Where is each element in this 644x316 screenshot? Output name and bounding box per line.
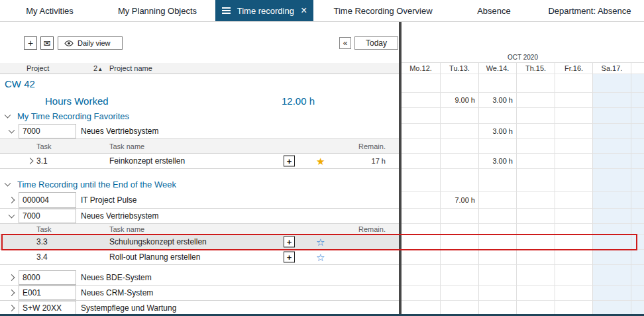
view-mode-select[interactable]: Daily view [58, 36, 123, 50]
day-cell[interactable] [479, 209, 517, 224]
project-row[interactable]: 000004 IT Project Pulse 7.00 h [0, 192, 644, 209]
day-cell[interactable]: 7.00 h [441, 192, 479, 209]
day-cell[interactable] [402, 209, 441, 224]
day-cell[interactable]: 3.00 h [479, 154, 517, 169]
day-cell[interactable] [631, 286, 644, 301]
expand-project-icon[interactable] [9, 290, 15, 296]
day-cell[interactable] [555, 124, 593, 139]
day-cell[interactable] [402, 192, 441, 209]
project-row[interactable]: 7000 Neues Vertriebsystem [0, 209, 644, 224]
pane-splitter[interactable] [399, 22, 402, 314]
project-row[interactable]: S+W 20XX Systempflege und Wartung [0, 301, 644, 315]
tab-my-activities[interactable]: My Activities [0, 0, 99, 21]
day-cell[interactable] [555, 154, 593, 169]
mail-button[interactable]: ✉ [40, 36, 54, 50]
day-cell[interactable] [441, 250, 479, 265]
project-name-cell[interactable]: Systempflege und Wartung [81, 303, 176, 313]
day-cell[interactable] [402, 124, 441, 139]
tab-time-recording-overview[interactable]: Time Recording Overview [313, 0, 453, 21]
day-cell[interactable] [593, 301, 631, 315]
day-cell[interactable] [517, 192, 555, 209]
day-cell[interactable]: 3.00 h [479, 124, 517, 139]
day-cell[interactable] [402, 235, 441, 250]
close-tab-icon[interactable]: × [301, 5, 307, 16]
day-cell[interactable] [517, 93, 555, 108]
task-row[interactable]: 3.1 Feinkonzept erstellen + ★ 17 h 3.00 … [0, 154, 644, 169]
tab-time-recording[interactable]: Time recording × [215, 0, 313, 21]
day-cell[interactable] [479, 301, 517, 315]
collapse-project-icon[interactable] [9, 127, 15, 134]
expand-project-icon[interactable] [9, 274, 15, 281]
project-name-cell[interactable]: IT Project Pulse [81, 195, 136, 205]
day-cell[interactable] [402, 270, 441, 286]
day-cell[interactable]: 9.00 h [441, 93, 479, 108]
favorite-star-icon[interactable]: ★ [316, 156, 325, 166]
task-name-cell[interactable]: Schulungskonzept erstellen [109, 237, 207, 246]
task-row[interactable]: 3.4 Roll-out Planung erstellen + ☆ [0, 250, 644, 265]
day-header-mo[interactable]: Mo.12. [402, 63, 441, 74]
day-cell[interactable] [555, 235, 593, 250]
day-cell[interactable]: 3.00 h [479, 93, 517, 108]
day-header-th[interactable]: Th.15. [517, 63, 555, 74]
day-cell[interactable] [631, 154, 644, 169]
day-cell[interactable] [402, 301, 441, 315]
day-cell[interactable] [593, 250, 631, 265]
tab-my-planning-objects[interactable]: My Planning Objects [99, 0, 215, 21]
day-cell[interactable] [555, 301, 593, 315]
day-cell[interactable] [517, 250, 555, 265]
project-name-cell[interactable]: Neues CRM-System [81, 288, 153, 297]
day-cell[interactable] [402, 154, 441, 169]
day-cell[interactable] [441, 209, 479, 224]
favorite-star-outline-icon[interactable]: ☆ [316, 252, 325, 262]
day-cell[interactable] [631, 250, 644, 265]
day-cell[interactable] [479, 250, 517, 265]
day-cell[interactable] [593, 93, 631, 108]
day-cell[interactable] [402, 93, 441, 108]
tab-department-absence[interactable]: Department: Absence [535, 0, 644, 21]
day-cell[interactable] [555, 250, 593, 265]
day-header-tu[interactable]: Tu.13. [441, 63, 479, 74]
day-cell[interactable] [479, 270, 517, 286]
menu-icon[interactable] [222, 7, 231, 14]
day-cell[interactable] [517, 301, 555, 315]
day-cell[interactable] [631, 93, 644, 108]
day-cell[interactable] [631, 192, 644, 209]
add-button[interactable]: + [24, 36, 37, 50]
project-id-cell[interactable]: 8000 [19, 270, 76, 285]
collapse-project-icon[interactable] [9, 212, 15, 219]
day-cell[interactable] [441, 301, 479, 315]
day-cell[interactable] [402, 250, 441, 265]
day-cell[interactable] [593, 235, 631, 250]
day-cell[interactable] [479, 286, 517, 301]
day-cell[interactable] [555, 209, 593, 224]
project-name-cell[interactable]: Neues Vertriebsystem [81, 211, 158, 221]
day-cell[interactable] [517, 154, 555, 169]
day-cell[interactable] [555, 286, 593, 301]
day-cell[interactable] [555, 270, 593, 286]
day-cell[interactable] [402, 286, 441, 301]
day-cell[interactable] [479, 235, 517, 250]
day-cell[interactable] [479, 192, 517, 209]
sort-indicator[interactable]: 2▲ [93, 64, 103, 72]
expand-task-icon[interactable] [27, 158, 34, 164]
tab-absence[interactable]: Absence [453, 0, 535, 21]
project-id-cell[interactable]: S+W 20XX [19, 301, 76, 315]
project-id-cell[interactable]: 000004 [19, 192, 76, 208]
col-project-name[interactable]: Project name [109, 64, 152, 72]
day-cell[interactable] [517, 286, 555, 301]
day-cell[interactable] [631, 124, 644, 139]
today-button[interactable]: Today [354, 36, 398, 50]
day-header-fr[interactable]: Fr.16. [555, 63, 593, 74]
project-row[interactable]: 7000 Neues Vertriebsystem 3.00 h [0, 124, 644, 139]
favorite-star-outline-icon[interactable]: ☆ [316, 237, 325, 247]
previous-period-button[interactable]: « [339, 37, 351, 49]
day-cell[interactable] [631, 301, 644, 315]
expand-project-icon[interactable] [9, 197, 15, 203]
day-cell[interactable] [593, 209, 631, 224]
day-cell[interactable] [517, 124, 555, 139]
add-entry-button[interactable]: + [284, 237, 295, 248]
day-header-sa[interactable]: Sa.17. [593, 63, 631, 74]
day-header-we[interactable]: We.14. [479, 63, 517, 74]
project-id-cell[interactable]: 7000 [19, 209, 76, 223]
collapse-section-icon[interactable] [5, 112, 11, 119]
